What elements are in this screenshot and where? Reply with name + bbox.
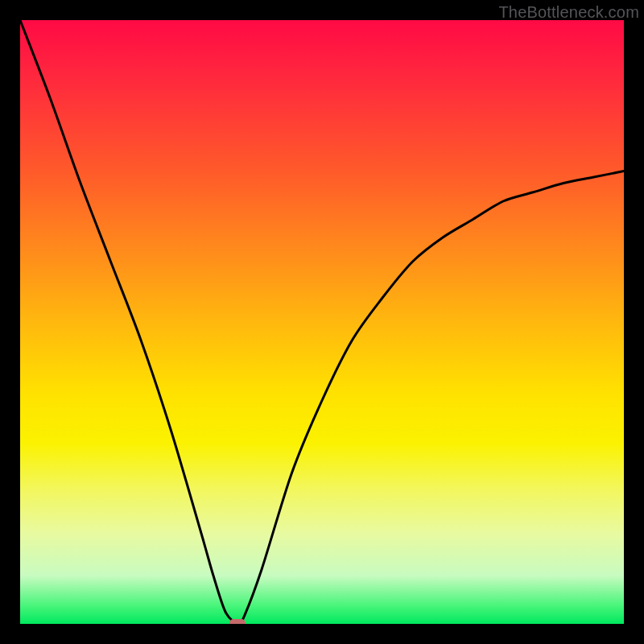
watermark: TheBottleneck.com xyxy=(498,3,639,22)
curve-svg xyxy=(20,20,624,624)
optimal-marker xyxy=(229,619,246,624)
plot-area xyxy=(20,20,624,624)
chart-frame: TheBottleneck.com xyxy=(0,0,644,644)
bottleneck-curve xyxy=(20,20,624,624)
